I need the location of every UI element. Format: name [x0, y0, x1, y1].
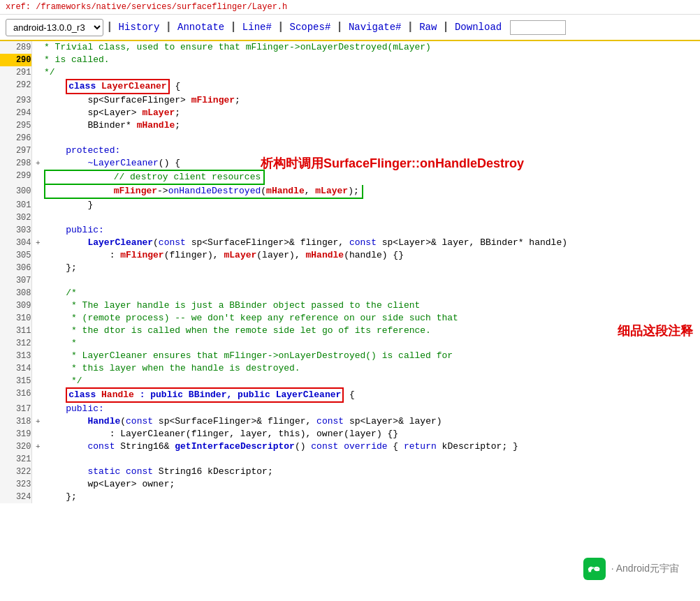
code-content: */	[44, 66, 700, 79]
table-row: 294 sp<Layer> mLayer;	[0, 107, 700, 119]
toggle	[31, 453, 44, 466]
navigate-link[interactable]: Navigate#	[349, 22, 402, 33]
green-box: // destroy client resources	[44, 170, 265, 185]
line-number: 323	[0, 478, 31, 491]
table-row: 289 * Trivial class, used to ensure that…	[0, 41, 700, 54]
line-number: 316	[0, 387, 31, 403]
toggle	[31, 66, 44, 79]
line-number: 322	[0, 466, 31, 478]
toggle	[31, 79, 44, 94]
sep-1: |	[106, 21, 113, 34]
code-content: protected:	[44, 144, 700, 157]
code-content: * The layer handle is just a BBinder obj…	[44, 299, 700, 312]
line-number: 295	[0, 119, 31, 132]
code-content: /*	[44, 287, 700, 299]
line-number: 320	[0, 440, 31, 453]
toggle	[31, 350, 44, 362]
code-content: }	[44, 199, 700, 212]
line-number: 300	[0, 185, 31, 199]
table-row: 306 };	[0, 262, 700, 274]
line-number: 317	[0, 403, 31, 415]
sep-4: |	[277, 21, 284, 34]
code-content: * Trivial class, used to ensure that mFl…	[44, 41, 700, 54]
table-row: 312 *	[0, 337, 700, 350]
toggle	[31, 478, 44, 491]
line-number: 290	[0, 54, 31, 66]
scopes-link[interactable]: Scopes#	[289, 22, 330, 33]
table-row: 317 public:	[0, 403, 700, 415]
line-number: 291	[0, 66, 31, 79]
code-content	[44, 132, 700, 144]
annotate-link[interactable]: Annotate	[177, 22, 224, 33]
code-content	[44, 453, 700, 466]
toggle	[31, 466, 44, 478]
code-content: public:	[44, 403, 700, 415]
table-row: 305 : mFlinger(flinger), mLayer(layer), …	[0, 249, 700, 262]
table-row: 323 wp<Layer> owner;	[0, 478, 700, 491]
table-row: 299 // destroy client resources	[0, 170, 700, 185]
toggle	[31, 94, 44, 107]
line-number: 307	[0, 274, 31, 287]
code-content: : LayerCleaner(flinger, layer, this), ow…	[44, 428, 700, 440]
table-row: 291 */	[0, 66, 700, 79]
line-number: 299	[0, 170, 31, 185]
toggle	[31, 41, 44, 54]
toggle[interactable]: +	[31, 415, 44, 428]
version-select[interactable]: android-13.0.0_r3 android-12.0.0_r1 andr…	[6, 19, 103, 36]
green-box-2: mFlinger->onHandleDestroyed(mHandle, mLa…	[44, 185, 363, 199]
toggle[interactable]: +	[31, 440, 44, 453]
watermark: · Android元宇宙	[583, 558, 679, 580]
line-number: 318	[0, 415, 31, 428]
toggle	[31, 212, 44, 224]
code-content: sp<SurfaceFlinger> mFlinger;	[44, 94, 700, 107]
toggle	[31, 287, 44, 299]
sep-3: |	[230, 21, 237, 34]
toggle	[31, 375, 44, 387]
code-content: *	[44, 337, 700, 350]
history-link[interactable]: History	[119, 22, 160, 33]
toggle	[31, 428, 44, 440]
code-content: class Handle : public BBinder, public La…	[44, 387, 700, 403]
toggle[interactable]: +	[31, 237, 44, 249]
watermark-text: · Android元宇宙	[611, 563, 679, 575]
toggle[interactable]: +	[31, 157, 44, 170]
toggle	[31, 119, 44, 132]
code-content: BBinder* mHandle;	[44, 119, 700, 132]
line-number: 321	[0, 453, 31, 466]
line-number: 289	[0, 41, 31, 54]
search-input[interactable]	[510, 20, 566, 35]
code-table: 289 * Trivial class, used to ensure that…	[0, 41, 700, 503]
table-row: 308 /*	[0, 287, 700, 299]
code-content: public:	[44, 224, 700, 237]
line-number: 312	[0, 337, 31, 350]
line-number: 314	[0, 362, 31, 375]
table-row: 324 };	[0, 491, 700, 503]
code-content: LayerCleaner(const sp<SurfaceFlinger>& f…	[44, 237, 700, 249]
toggle	[31, 262, 44, 274]
line-number: 311	[0, 325, 31, 337]
code-content: * (remote process) -- we don't keep any …	[44, 312, 700, 325]
toggle	[31, 54, 44, 66]
line-number: 308	[0, 287, 31, 299]
table-row: 316 class Handle : public BBinder, publi…	[0, 387, 700, 403]
toggle	[31, 224, 44, 237]
table-row: 304 + LayerCleaner(const sp<SurfaceFling…	[0, 237, 700, 249]
table-row: 311 * the dtor is called when the remote…	[0, 325, 700, 337]
toggle	[31, 132, 44, 144]
raw-link[interactable]: Raw	[419, 22, 437, 33]
code-content: wp<Layer> owner;	[44, 478, 700, 491]
toggle	[31, 199, 44, 212]
breadcrumb: xref: /frameworks/native/services/surfac…	[0, 0, 700, 15]
toggle	[31, 403, 44, 415]
line-number: 296	[0, 132, 31, 144]
download-link[interactable]: Download	[455, 22, 502, 33]
line-link[interactable]: Line#	[242, 22, 272, 33]
toggle	[31, 325, 44, 337]
sep-7: |	[442, 21, 449, 34]
table-row: 292 class LayerCleaner {	[0, 79, 700, 94]
line-number: 315	[0, 375, 31, 387]
table-row: 309 * The layer handle is just a BBinder…	[0, 299, 700, 312]
line-number: 303	[0, 224, 31, 237]
table-row: 310 * (remote process) -- we don't keep …	[0, 312, 700, 325]
code-content	[44, 212, 700, 224]
